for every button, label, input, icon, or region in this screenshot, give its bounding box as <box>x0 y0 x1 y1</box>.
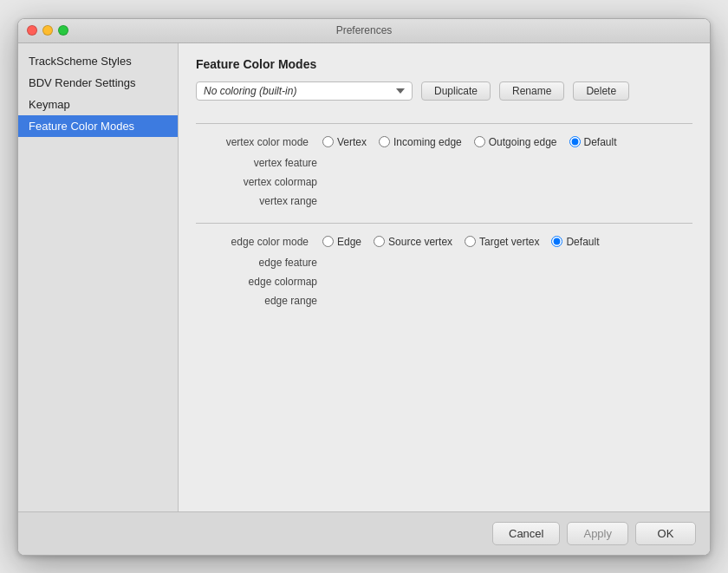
vertex-range-row: vertex range <box>205 195 684 207</box>
minimize-button[interactable] <box>42 25 53 36</box>
ok-button[interactable]: OK <box>635 522 696 545</box>
sidebar-item-feature-color-modes[interactable]: Feature Color Modes <box>18 115 178 137</box>
duplicate-button[interactable]: Duplicate <box>421 81 491 101</box>
window-title: Preferences <box>336 24 393 36</box>
cancel-button[interactable]: Cancel <box>492 522 560 545</box>
edge-radio-target[interactable]: Target vertex <box>465 236 539 248</box>
vertex-colormap-label: vertex colormap <box>213 176 317 188</box>
edge-range-label: edge range <box>213 295 317 307</box>
vertex-radio-incoming[interactable]: Incoming edge <box>379 136 462 148</box>
vertex-section: vertex color mode Vertex Incoming edge <box>196 136 692 214</box>
vertex-radio-outgoing[interactable]: Outgoing edge <box>474 136 557 148</box>
edge-colormap-label: edge colormap <box>213 276 317 288</box>
sidebar-item-bdv-render-settings[interactable]: BDV Render Settings <box>18 72 178 94</box>
content-area: TrackScheme Styles BDV Render Settings K… <box>18 43 710 511</box>
delete-button[interactable]: Delete <box>573 81 629 101</box>
edge-colormap-row: edge colormap <box>205 276 684 288</box>
window-controls <box>27 25 68 36</box>
vertex-feature-label: vertex feature <box>213 157 317 169</box>
edge-range-row: edge range <box>205 295 684 307</box>
edge-feature-label: edge feature <box>213 257 317 269</box>
main-panel: Feature Color Modes No coloring (built-i… <box>179 43 710 511</box>
vertex-radio-default[interactable]: Default <box>569 136 617 148</box>
vertex-feature-row: vertex feature <box>205 157 684 169</box>
titlebar: Preferences <box>18 19 710 43</box>
divider-top <box>196 123 692 124</box>
edge-radio-group: Edge Source vertex Target vertex De <box>322 236 599 248</box>
vertex-radio-vertex[interactable]: Vertex <box>322 136 367 148</box>
footer: Cancel Apply OK <box>18 511 710 555</box>
page-title: Feature Color Modes <box>196 57 692 71</box>
edge-feature-row: edge feature <box>205 257 684 269</box>
preferences-window: Preferences TrackScheme Styles BDV Rende… <box>17 18 711 556</box>
sidebar-item-trackscheme-styles[interactable]: TrackScheme Styles <box>18 50 178 72</box>
edge-radio-default[interactable]: Default <box>551 236 599 248</box>
vertex-radio-group: Vertex Incoming edge Outgoing edge <box>322 136 617 148</box>
edge-color-mode-row: edge color mode Edge Source vertex Ta <box>205 236 684 248</box>
sidebar: TrackScheme Styles BDV Render Settings K… <box>18 43 179 511</box>
vertex-colormap-row: vertex colormap <box>205 176 684 188</box>
edge-radio-edge[interactable]: Edge <box>322 236 361 248</box>
vertex-color-mode-label: vertex color mode <box>205 136 309 148</box>
vertex-range-label: vertex range <box>213 195 317 207</box>
edge-color-mode-label: edge color mode <box>205 236 309 248</box>
close-button[interactable] <box>27 25 37 36</box>
apply-button[interactable]: Apply <box>567 522 628 545</box>
coloring-dropdown[interactable]: No coloring (built-in) <box>196 81 413 101</box>
edge-section: edge color mode Edge Source vertex Ta <box>196 236 692 314</box>
coloring-row: No coloring (built-in) Duplicate Rename … <box>196 81 692 101</box>
rename-button[interactable]: Rename <box>499 81 564 101</box>
maximize-button[interactable] <box>58 25 68 36</box>
sidebar-item-keymap[interactable]: Keymap <box>18 94 178 115</box>
divider-middle <box>196 223 692 224</box>
vertex-color-mode-row: vertex color mode Vertex Incoming edge <box>205 136 684 148</box>
edge-radio-source[interactable]: Source vertex <box>374 236 452 248</box>
